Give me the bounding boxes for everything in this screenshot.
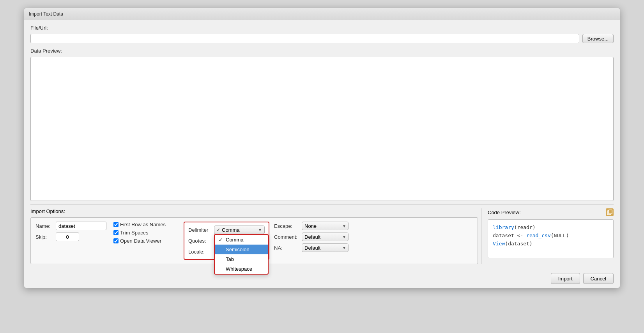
main-window: Import Text Data File/Url: Browse... Dat… [24, 8, 620, 288]
name-input[interactable] [56, 222, 106, 230]
import-options-panel: Import Options: Name: Skip: [30, 208, 478, 264]
delimiter-option-semicolon[interactable]: Semicolon [215, 245, 268, 254]
browse-button[interactable]: Browse... [582, 34, 614, 43]
bottom-section: Import Options: Name: Skip: [30, 204, 614, 264]
delimiter-dropdown-menu: ✓ Comma Semicolon Tab [214, 234, 269, 275]
escape-select-wrapper: None ▼ [302, 222, 349, 230]
delimiter-selected-value: ✓ Comma [217, 227, 240, 233]
read-csv-func: read_csv [526, 233, 551, 238]
delimiter-option-tab[interactable]: Tab [215, 254, 268, 264]
checkboxes-col: First Row as Names Trim Spaces Open Data… [113, 222, 184, 244]
code-line-3: View(dataset) [493, 240, 609, 248]
delimiter-option-comma[interactable]: ✓ Comma [215, 235, 268, 245]
name-skip-col: Name: Skip: [35, 222, 113, 241]
escape-label: Escape: [274, 223, 299, 229]
delimiter-option-whitespace[interactable]: Whitespace [215, 264, 268, 274]
code-preview-header: Code Preview: [488, 208, 614, 216]
data-preview-area [30, 57, 614, 201]
locale-label: Locale: [188, 249, 212, 255]
cancel-button[interactable]: Cancel [583, 273, 614, 284]
import-options-label: Import Options: [30, 208, 478, 214]
import-button[interactable]: Import [551, 273, 580, 284]
file-url-row: File/Url: [30, 25, 614, 31]
comment-label: Comment: [274, 234, 299, 240]
skip-row: Skip: [35, 233, 113, 241]
comment-select[interactable]: Default [302, 233, 349, 241]
content-area: File/Url: Browse... Data Preview: Import… [24, 20, 620, 269]
delimiter-label: Delimiter [188, 227, 212, 233]
comma-check-icon: ✓ [219, 237, 224, 243]
escape-comment-col: Escape: None ▼ Comment: [269, 222, 349, 252]
options-grid: Name: Skip: First Row as Names [30, 217, 478, 264]
na-row: NA: Default ▼ [274, 243, 349, 252]
delimiter-col: Delimiter ✓ Comma ▼ [184, 222, 269, 260]
window-title: Import Text Data [29, 11, 63, 17]
code-preview-section: Code Preview: library(readr) dataset <- … [481, 208, 614, 264]
file-input-row: Browse... [30, 34, 614, 43]
open-data-viewer-checkbox[interactable]: Open Data Viewer [113, 238, 184, 244]
trim-spaces-checkbox[interactable]: Trim Spaces [113, 230, 184, 236]
delimiter-dropdown[interactable]: ✓ Comma ▼ ✓ Comma [214, 226, 265, 234]
na-select[interactable]: Default [302, 243, 349, 252]
quotes-label: Quotes: [188, 238, 212, 244]
skip-label: Skip: [35, 234, 51, 240]
data-preview-label: Data Preview: [30, 48, 614, 54]
na-select-wrapper: Default ▼ [302, 243, 349, 252]
na-label: NA: [274, 245, 299, 251]
comment-row: Comment: Default ▼ [274, 233, 349, 241]
comment-select-wrapper: Default ▼ [302, 233, 349, 241]
first-row-as-names-checkbox[interactable]: First Row as Names [113, 222, 184, 227]
copy-to-clipboard-button[interactable] [606, 208, 614, 216]
titlebar: Import Text Data [24, 8, 620, 20]
file-url-input[interactable] [30, 34, 579, 43]
escape-row: Escape: None ▼ [274, 222, 349, 230]
skip-input[interactable] [56, 233, 79, 241]
name-label: Name: [35, 223, 51, 229]
code-preview-label: Code Preview: [488, 210, 521, 215]
delimiter-row: Delimiter ✓ Comma ▼ [188, 226, 265, 234]
library-keyword: library [493, 224, 514, 230]
code-line-1: library(readr) [493, 224, 609, 232]
delimiter-arrow-icon: ▼ [258, 228, 262, 232]
footer: Import Cancel [24, 269, 620, 288]
escape-select[interactable]: None [302, 222, 349, 230]
svg-rect-1 [609, 210, 612, 214]
code-preview-box: library(readr) dataset <- read_csv(NULL)… [488, 219, 614, 258]
file-url-label: File/Url: [30, 25, 48, 31]
clipboard-icon [607, 210, 612, 215]
name-row: Name: [35, 222, 113, 230]
dataset-var: dataset [493, 233, 514, 238]
code-line-2: dataset <- read_csv(NULL) [493, 232, 609, 240]
view-func: View [493, 241, 505, 247]
